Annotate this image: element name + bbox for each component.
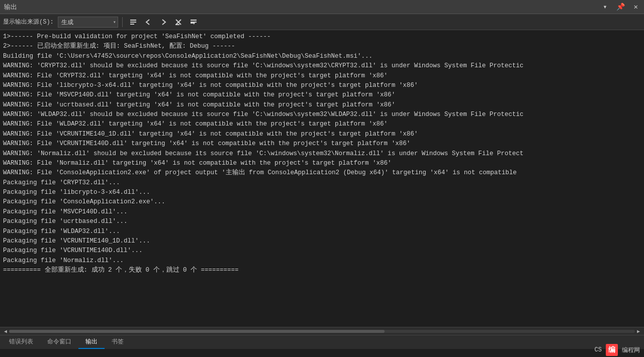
- output-line: WARNING: 'WLDAP32.dll' should be exclude…: [3, 110, 641, 120]
- svg-rect-6: [191, 20, 197, 21]
- wrap-button[interactable]: [187, 16, 200, 28]
- title-bar: 输出 ▾ 📌 ✕: [0, 0, 644, 14]
- logo-icon: 编: [608, 345, 615, 354]
- svg-rect-1: [130, 22, 136, 23]
- output-line: Packaging file 'VCRUNTIME140D.dll'...: [3, 246, 641, 256]
- output-line: Packaging file 'MSVCP140D.dll'...: [3, 207, 641, 217]
- close-icon[interactable]: ✕: [632, 2, 640, 12]
- tab-item-输出[interactable]: 输出: [78, 335, 105, 349]
- output-line: 1>------ Pre-build validation for projec…: [3, 32, 641, 42]
- output-line: Packaging file 'CRYPT32.dll'...: [3, 178, 641, 188]
- output-line: WARNING: File 'Normaliz.dll' targeting '…: [3, 159, 641, 168]
- status-text: CS: [595, 346, 602, 353]
- scroll-to-end-button[interactable]: [127, 16, 140, 28]
- tab-item-错误列表[interactable]: 错误列表: [2, 335, 40, 349]
- source-label: 显示输出来源(S):: [3, 18, 54, 26]
- dropdown-icon[interactable]: ▾: [601, 2, 609, 12]
- output-area[interactable]: 1>------ Pre-build validation for projec…: [0, 30, 644, 327]
- output-line: WARNING: File 'ConsoleApplication2.exe' …: [3, 168, 641, 178]
- h-scroll-right-arrow[interactable]: ▶: [635, 327, 642, 335]
- forward-button[interactable]: [157, 16, 170, 28]
- tab-bar: 错误列表命令窗口输出书签 CS 编 编程网: [0, 335, 644, 349]
- output-line: WARNING: File 'WLDAP32.dll' targeting 'x…: [3, 120, 641, 129]
- logo-text: 编程网: [622, 346, 640, 354]
- output-line: ========== 全部重新生成: 成功 2 个，失败 0 个，跳过 0 个 …: [3, 266, 641, 275]
- output-line: WARNING: 'CRYPT32.dll' should be exclude…: [3, 61, 641, 71]
- svg-rect-2: [130, 24, 134, 25]
- h-scroll-left-arrow[interactable]: ◀: [2, 327, 9, 335]
- back-button[interactable]: [142, 16, 155, 28]
- source-select-wrapper: 生成调试错误 ▾: [58, 17, 118, 28]
- output-line: WARNING: File 'VCRUNTIME140_1D.dll' targ…: [3, 130, 641, 139]
- output-line: Packaging file 'VCRUNTIME140_1D.dll'...: [3, 236, 641, 246]
- output-line: WARNING: File 'MSVCP140D.dll' targeting …: [3, 90, 641, 100]
- output-line: WARNING: File 'VCRUNTIME140D.dll' target…: [3, 139, 641, 149]
- output-line: Packaging file 'Normaliz.dll'...: [3, 256, 641, 266]
- output-line: Packaging file 'libcrypto-3-x64.dll'...: [3, 188, 641, 197]
- output-line: WARNING: File 'libcrypto-3-x64.dll' targ…: [3, 81, 641, 90]
- toolbar-separator-1: [122, 17, 123, 27]
- back-icon: [144, 18, 152, 26]
- output-line: Building file 'C:\Users\47452\source\rep…: [3, 52, 641, 61]
- wrap-icon: [190, 18, 198, 26]
- pin-icon[interactable]: 📌: [614, 2, 627, 12]
- title-bar-left: 输出: [4, 3, 17, 12]
- output-line: 2>------ 已启动全部重新生成: 项目: SeaFishNet, 配置: …: [3, 42, 641, 51]
- clear-icon: [174, 18, 182, 26]
- forward-icon: [159, 18, 167, 26]
- h-scroll-area[interactable]: ◀ ▶: [0, 327, 644, 335]
- scroll-end-icon: [129, 18, 137, 26]
- title-bar-title: 输出: [4, 3, 17, 12]
- output-line: WARNING: File 'ucrtbased.dll' targeting …: [3, 100, 641, 110]
- status-bar: CS 编 编程网: [591, 343, 644, 357]
- output-line: WARNING: 'Normaliz.dll' should be exclud…: [3, 149, 641, 159]
- title-bar-right: ▾ 📌 ✕: [601, 2, 640, 12]
- h-scroll-track[interactable]: [9, 330, 635, 333]
- output-line: Packaging file 'ConsoleApplication2.exe'…: [3, 197, 641, 207]
- svg-rect-0: [130, 20, 136, 21]
- tab-item-书签[interactable]: 书签: [105, 335, 131, 349]
- tab-item-命令窗口[interactable]: 命令窗口: [40, 335, 78, 349]
- source-select[interactable]: 生成调试错误: [58, 17, 118, 28]
- logo-box: 编: [606, 344, 618, 356]
- toolbar: 显示输出来源(S): 生成调试错误 ▾: [0, 14, 644, 30]
- output-line: Packaging file 'WLDAP32.dll'...: [3, 227, 641, 236]
- h-scroll-thumb[interactable]: [9, 330, 385, 333]
- clear-button[interactable]: [172, 16, 185, 28]
- svg-rect-5: [175, 24, 179, 25]
- output-line: WARNING: File 'CRYPT32.dll' targeting 'x…: [3, 71, 641, 81]
- output-line: Packaging file 'ucrtbased.dll'...: [3, 217, 641, 226]
